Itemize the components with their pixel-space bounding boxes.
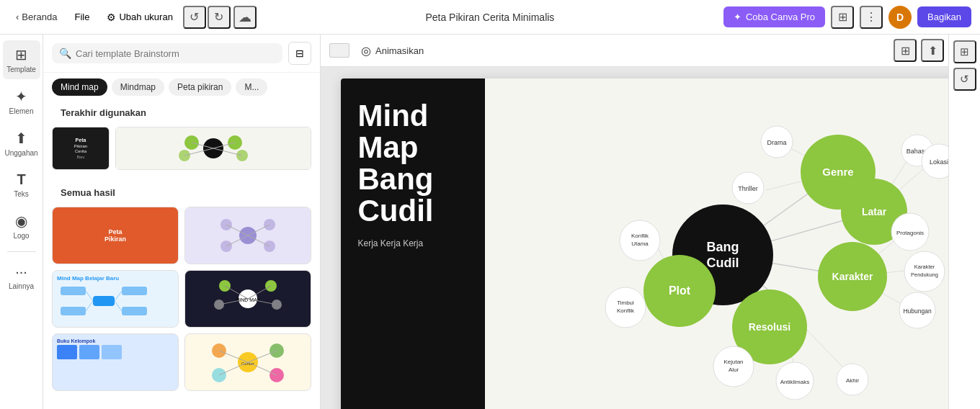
svg-text:Cudil: Cudil xyxy=(706,256,739,270)
tag-more[interactable]: M... xyxy=(236,78,267,96)
svg-rect-18 xyxy=(93,296,115,306)
save-status-icon[interactable]: ☁ xyxy=(233,6,257,29)
topbar: ‹ Beranda File ⚙ Ubah ukuran ↺ ↻ ☁ Peta … xyxy=(0,0,980,35)
svg-rect-21 xyxy=(122,287,147,295)
resize-label: Ubah ukuran xyxy=(119,12,172,22)
canvas-toolbar: ◎ Animasikan ⊞ ⬆ 🗑 xyxy=(321,35,980,67)
svg-text:Bang: Bang xyxy=(706,240,739,254)
back-button[interactable]: ‹ Beranda xyxy=(9,7,65,27)
doc-right-panel: Bang Cudil Genre Latar Karakter Resolusi… xyxy=(485,78,961,409)
sidebar-label-template: Template xyxy=(6,66,36,73)
result-thumb-3[interactable]: Mind Map Belajar Baru xyxy=(52,270,179,328)
svg-text:Latar: Latar xyxy=(861,206,886,217)
result-thumb-4[interactable]: MIND MAP xyxy=(184,270,311,328)
search-input[interactable] xyxy=(76,48,275,59)
right-toolbar: ⊞ ↺ xyxy=(948,35,980,409)
svg-text:Protagonis: Protagonis xyxy=(896,230,923,236)
svg-text:Thriller: Thriller xyxy=(738,185,758,192)
file-button[interactable]: File xyxy=(68,7,97,27)
panel-content: Terakhir digunakan Peta Pikiran Cerita B… xyxy=(43,102,320,409)
svg-rect-22 xyxy=(122,307,147,315)
file-label: File xyxy=(75,12,90,22)
sidebar-item-logo[interactable]: ◉ Logo xyxy=(3,207,40,246)
doc-subtitle: Kerja Kerja Kerja xyxy=(358,238,468,248)
sidebar-label-teks: Teks xyxy=(14,190,29,198)
present-button[interactable]: ⊞ xyxy=(894,39,917,62)
topbar-right: ✦ Coba Canva Pro ⊞ ⋮ D Bagikan xyxy=(723,6,971,29)
try-pro-button[interactable]: ✦ Coba Canva Pro xyxy=(723,6,825,27)
doc-left-panel: Mind Map Bang Cudil Kerja Kerja Kerja ba… xyxy=(341,78,485,409)
svg-text:Konflik: Konflik xyxy=(616,307,634,314)
grid-view-button[interactable]: ⊞ xyxy=(831,6,854,29)
back-label: Beranda xyxy=(22,12,57,22)
svg-text:MIND MAP: MIND MAP xyxy=(236,297,261,302)
zoom-in-button[interactable]: ↺ xyxy=(953,68,976,91)
mindmap-svg: Bang Cudil Genre Latar Karakter Resolusi… xyxy=(485,78,961,409)
resize-button[interactable]: ⚙ Ubah ukuran xyxy=(99,7,179,27)
svg-text:Drama: Drama xyxy=(767,139,786,146)
result-thumb-2[interactable] xyxy=(184,207,311,264)
topbar-left: ‹ Beranda File ⚙ Ubah ukuran ↺ ↻ ☁ xyxy=(9,6,257,29)
try-pro-label: Coba Canva Pro xyxy=(746,12,815,22)
avatar[interactable]: D xyxy=(888,6,912,29)
tag-petapikiran[interactable]: Peta pikiran xyxy=(169,78,231,96)
recent-thumb-main[interactable] xyxy=(115,127,311,170)
svg-text:Konflik: Konflik xyxy=(631,233,649,239)
sidebar-item-elemen[interactable]: ✦ Elemen xyxy=(3,82,40,121)
sidebar-item-unggahan[interactable]: ⬆ Unggahan xyxy=(3,124,40,163)
redo-button[interactable]: ↻ xyxy=(208,6,231,29)
svg-text:Resolusi: Resolusi xyxy=(748,321,790,333)
doc-title-text: Mind Map Bang Cudil xyxy=(358,100,468,227)
svg-line-26 xyxy=(115,301,122,311)
search-bar: 🔍 ⊟ xyxy=(43,35,320,73)
svg-line-23 xyxy=(86,291,93,301)
tag-mindmap[interactable]: Mind map xyxy=(52,78,107,96)
sidebar-item-lainnya[interactable]: ··· Lainnya xyxy=(3,258,40,296)
svg-rect-20 xyxy=(61,307,86,315)
animate-button[interactable]: ◎ Animasikan xyxy=(355,41,429,60)
more-options-button[interactable]: ⋮ xyxy=(860,6,883,29)
download-button[interactable]: ⬆ xyxy=(921,39,944,62)
tag-mindmap2[interactable]: Mindmap xyxy=(112,78,164,96)
svg-text:Kejutan: Kejutan xyxy=(723,359,743,365)
sidebar-label-elemen: Elemen xyxy=(9,107,34,115)
result-thumb-6[interactable]: Center xyxy=(184,333,311,391)
sidebar-item-template[interactable]: ⊞ Template xyxy=(3,40,40,79)
result-thumb-1[interactable]: PetaPikiran xyxy=(52,207,179,264)
results-grid: PetaPikiran xyxy=(52,207,311,391)
svg-line-24 xyxy=(86,301,93,311)
svg-rect-19 xyxy=(61,287,86,295)
animate-icon: ◎ xyxy=(361,44,371,58)
recent-grid: Peta Pikiran Cerita Baru xyxy=(52,127,311,170)
sidebar-item-teks[interactable]: T Teks xyxy=(3,166,40,204)
search-input-wrap: 🔍 xyxy=(52,43,282,63)
more-icon: ··· xyxy=(15,264,27,280)
upload-icon: ⬆ xyxy=(15,130,27,147)
sidebar-divider xyxy=(7,251,36,252)
canvas-area: ◎ Animasikan ⊞ ⬆ 🗑 Mind Map Bang xyxy=(321,35,980,409)
undo-button[interactable]: ↺ xyxy=(183,6,206,29)
tags-row: Mind map Mindmap Peta pikiran M... xyxy=(43,73,320,102)
sidebar-label-logo: Logo xyxy=(13,232,29,240)
svg-text:Antiklimaks: Antiklimaks xyxy=(780,379,808,385)
svg-text:Karakter: Karakter xyxy=(914,264,935,270)
filter-button[interactable]: ⊟ xyxy=(288,42,311,65)
recent-section-label: Terakhir digunakan xyxy=(52,102,311,121)
sidebar-label-lainnya: Lainnya xyxy=(9,282,34,290)
svg-text:Genre: Genre xyxy=(822,166,853,178)
chevron-left-icon: ‹ xyxy=(16,12,19,22)
svg-text:Pendukung: Pendukung xyxy=(911,271,938,278)
elements-icon: ✦ xyxy=(15,88,27,105)
recent-thumb-small[interactable]: Peta Pikiran Cerita Baru xyxy=(52,127,110,170)
result-thumb-5[interactable]: Buku Kelompok xyxy=(52,333,179,391)
main-area: ⊞ Template ✦ Elemen ⬆ Unggahan T Teks ◉ … xyxy=(0,35,980,409)
svg-text:Utama: Utama xyxy=(631,241,649,247)
canvas-wrapper[interactable]: Mind Map Bang Cudil Kerja Kerja Kerja ba… xyxy=(321,67,980,409)
page-thumbnail[interactable] xyxy=(329,43,349,58)
canva-icon: ✦ xyxy=(734,12,741,22)
fit-page-button[interactable]: ⊞ xyxy=(953,40,976,63)
search-icon: 🔍 xyxy=(59,48,71,59)
undo-redo: ↺ ↻ xyxy=(183,6,231,29)
svg-text:Plot: Plot xyxy=(668,284,690,297)
share-button[interactable]: Bagikan xyxy=(917,6,971,27)
